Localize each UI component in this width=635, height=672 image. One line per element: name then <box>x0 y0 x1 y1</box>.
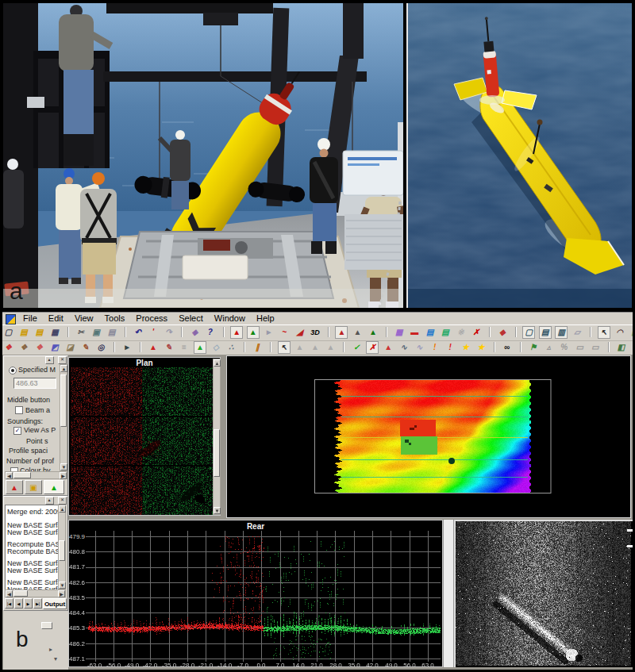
window-new-icon[interactable]: ▱ <box>572 326 583 339</box>
repeat-icon[interactable]: ' <box>148 326 160 339</box>
menu-tools[interactable]: Tools <box>105 313 125 324</box>
swath-green-icon[interactable]: ▲ <box>247 326 260 339</box>
cube-3d-icon[interactable]: ◆ <box>496 326 508 339</box>
profiles-icon[interactable]: ∥ <box>252 341 264 354</box>
scroll-right-arrow[interactable]: ▶ <box>60 472 67 479</box>
bar-a-icon[interactable]: ▭ <box>574 341 586 354</box>
histogram-icon[interactable]: ▲ <box>194 341 206 354</box>
pencil-icon[interactable]: ✎ <box>79 341 91 354</box>
line-edit-icon[interactable]: ✎ <box>163 341 175 354</box>
line-red-icon[interactable]: ▬ <box>409 326 421 339</box>
window-tile-v-icon[interactable]: ▥ <box>555 326 568 339</box>
rear-view-canvas[interactable] <box>86 531 441 662</box>
subset-gray-icon[interactable]: ▲ <box>352 326 364 339</box>
track-icon[interactable]: ⚑ <box>527 341 539 354</box>
panel-close-button[interactable]: ✕ <box>58 356 67 364</box>
tab-window-config[interactable]: ▣ <box>25 480 42 494</box>
accept-icon[interactable]: ✓ <box>351 341 363 354</box>
star-a-icon[interactable]: ★ <box>460 341 471 354</box>
triangle-b-icon[interactable]: ▲ <box>310 341 321 354</box>
surface-b-icon[interactable]: ◧ <box>630 341 633 354</box>
delete-red-icon[interactable]: ✗ <box>471 326 483 339</box>
scroll-left-arrow[interactable]: ◀ <box>6 590 13 597</box>
small-right-arrow-icon[interactable]: ▸ <box>49 646 52 653</box>
spline-b-icon[interactable]: ∿ <box>414 341 425 354</box>
plan-view-canvas[interactable] <box>71 367 214 515</box>
scroll-up-arrow[interactable]: ▲ <box>60 365 67 372</box>
scroll-right-arrow[interactable]: ▶ <box>58 590 65 597</box>
menu-window[interactable]: Window <box>214 313 245 324</box>
scroll-down-arrow[interactable]: ▼ <box>214 507 221 514</box>
menu-view[interactable]: View <box>75 313 94 324</box>
scroll-down-arrow[interactable]: ▼ <box>60 463 67 470</box>
grid-multi-icon[interactable]: ▦ <box>393 326 405 339</box>
vessel-icon[interactable]: ► <box>121 341 133 354</box>
subset-green-icon[interactable]: ▲ <box>367 326 379 339</box>
beam-checkbox[interactable] <box>15 406 23 414</box>
save-icon[interactable]: ▦ <box>48 326 60 339</box>
cursor-icon[interactable]: ↖ <box>598 326 610 339</box>
surface-a-icon[interactable]: ◧ <box>615 341 627 354</box>
scroll-up-arrow[interactable]: ▲ <box>59 505 66 513</box>
layer-add-icon[interactable]: ▤ <box>424 326 436 339</box>
small-down-arrow-icon[interactable]: ▾ <box>54 655 57 662</box>
triangle-gray-icon[interactable]: ▵ <box>543 341 555 354</box>
cursor-box-icon[interactable]: ↖ <box>278 341 291 354</box>
panel-collapse-button[interactable]: ▴ <box>45 356 54 364</box>
swath-edit-icon[interactable]: ▲ <box>148 341 160 354</box>
new-file-icon[interactable]: ▢ <box>2 326 14 339</box>
qc-flag-icon[interactable]: ❖ <box>2 341 14 354</box>
tab-swath-editor[interactable]: ▲ <box>6 480 23 494</box>
open-project-icon[interactable]: ▤ <box>33 326 45 339</box>
scatter-icon[interactable]: ∴ <box>225 341 237 354</box>
sidescan-canvas[interactable] <box>456 521 631 666</box>
output-log[interactable]: Merge end: 2009-2 New BASE Surface New B… <box>5 505 59 591</box>
copy-icon[interactable]: ▣ <box>90 326 102 339</box>
menu-edit[interactable]: Edit <box>48 313 64 324</box>
view-3d-icon[interactable]: 3D <box>310 326 321 339</box>
user-red-icon[interactable]: ❖ <box>33 341 45 354</box>
user-edit-icon[interactable]: ◩ <box>48 341 60 354</box>
triangle-a-icon[interactable]: ▲ <box>294 341 306 354</box>
last-page-button[interactable]: ▶| <box>33 598 42 609</box>
profile-icon[interactable]: ◢ <box>294 326 306 339</box>
plan-vscrollbar[interactable]: ▲ ▼ <box>213 359 221 515</box>
triangle-c-icon[interactable]: ▲ <box>325 341 337 354</box>
vscroll-thumb[interactable] <box>60 374 67 427</box>
layer-add2-icon[interactable]: ▤ <box>440 326 452 339</box>
diamond-icon[interactable]: ◇ <box>210 341 221 354</box>
filter-icon[interactable]: ≡ <box>178 341 190 354</box>
nav-arrow-icon[interactable]: ► <box>263 326 275 339</box>
panel-collapse-button[interactable]: ▴ <box>45 497 54 505</box>
attribute-query-icon[interactable]: ◈ <box>189 326 201 339</box>
output-vscrollbar[interactable]: ▲ ▼ <box>58 505 66 589</box>
scroll-down-arrow[interactable]: ▼ <box>59 582 66 589</box>
pane-splitter[interactable] <box>443 520 454 667</box>
output-hscrollbar[interactable]: ◀ ▶ <box>5 589 66 597</box>
vscroll-thumb[interactable] <box>59 540 65 561</box>
tab-output[interactable]: Output <box>43 598 67 609</box>
redo-icon[interactable]: ↷ <box>163 326 175 339</box>
scroll-fragment[interactable] <box>41 622 52 629</box>
control-panel-vscrollbar[interactable]: ▲ ▼ <box>60 364 67 471</box>
lasso-icon[interactable]: ◠ <box>614 326 625 339</box>
next-page-button[interactable]: ▶ <box>24 598 33 609</box>
scroll-left-arrow[interactable]: ◀ <box>6 472 13 479</box>
menu-help[interactable]: Help <box>256 313 275 324</box>
window-tile-h-icon[interactable]: ▤ <box>539 326 552 339</box>
users-icon[interactable]: ❖ <box>17 341 29 354</box>
warn-a-icon[interactable]: ! <box>429 341 441 354</box>
bar-b-icon[interactable]: ▭ <box>589 341 601 354</box>
menu-process[interactable]: Process <box>136 313 167 324</box>
menu-select[interactable]: Select <box>179 313 203 324</box>
first-page-button[interactable]: |◀ <box>5 598 13 609</box>
user-doc-icon[interactable]: ◪ <box>64 341 76 354</box>
subset-red-icon[interactable]: ▲ <box>335 326 348 339</box>
swath-red-icon[interactable]: ▲ <box>230 326 243 339</box>
select-rect-icon[interactable]: ▧ <box>629 326 633 339</box>
tab-profile-view[interactable]: ▲ <box>44 480 64 494</box>
scroll-up-arrow[interactable]: ▲ <box>214 359 221 367</box>
target-icon[interactable]: ◎ <box>95 341 107 354</box>
specified-value-field[interactable] <box>13 378 56 389</box>
tide-icon[interactable]: ~ <box>279 326 291 339</box>
